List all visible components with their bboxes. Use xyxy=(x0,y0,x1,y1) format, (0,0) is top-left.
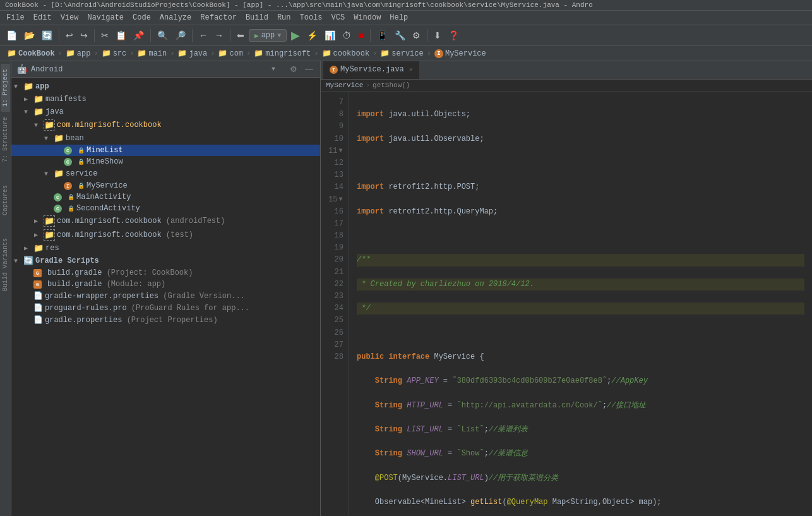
tree-mainactivity[interactable]: C 🔒 MainActivity xyxy=(11,191,320,203)
breadcrumb-java[interactable]: 📁 java xyxy=(176,48,209,59)
editor-breadcrumb-getshow[interactable]: getShow() xyxy=(373,81,410,89)
code-line-22: @POST(MyService.LIST_URL)//用于获取菜谱分类 xyxy=(357,472,804,484)
replace-button[interactable]: 🔎 xyxy=(172,29,188,42)
line-26: 26 xyxy=(328,327,343,339)
sync-button[interactable]: 🔄 xyxy=(39,29,55,42)
tab-myservice[interactable]: I MyService.java ✕ xyxy=(323,61,419,79)
tree-myservice[interactable]: I 🔒 MyService xyxy=(11,180,320,191)
run-button[interactable]: ▶ xyxy=(289,27,302,44)
menu-run[interactable]: Run xyxy=(273,12,295,23)
tree-bean[interactable]: ▼ 📁 bean xyxy=(11,132,320,145)
menu-build[interactable]: Build xyxy=(242,12,272,23)
tab-myservice-close[interactable]: ✕ xyxy=(409,66,413,73)
tree-gradle-properties[interactable]: 📄 gradle.properties (Project Properties) xyxy=(11,314,320,326)
tree-secondactivity-label: SecondActivity xyxy=(76,204,140,213)
tree-mineshow[interactable]: C 🔒 MineShow xyxy=(11,156,320,167)
breadcrumb-cookbook[interactable]: 📁 CookBook xyxy=(5,48,57,59)
code-editor[interactable]: 7 8 9 10 11▼ 12 13 14 15▼ 16 17 18 19 20… xyxy=(321,92,812,516)
line-21: 21 xyxy=(328,267,343,279)
redo-button[interactable]: ↪ xyxy=(78,29,90,42)
tree-res[interactable]: ▶ 📁 res xyxy=(11,242,320,255)
build-variants-tab[interactable]: Build Variants xyxy=(1,233,10,296)
code-line-16 xyxy=(357,327,804,339)
menu-refactor[interactable]: Refactor xyxy=(196,12,241,23)
tree-java[interactable]: ▼ 📁 java xyxy=(11,105,320,118)
title-text: CookBook - [D:\Android\AndroidStudioProj… xyxy=(5,1,593,9)
menu-vcs[interactable]: VCS xyxy=(328,12,349,23)
tree-proguard[interactable]: 📄 proguard-rules.pro (ProGuard Rules for… xyxy=(11,302,320,314)
tree-manifests[interactable]: ▶ 📁 manifests xyxy=(11,93,320,105)
code-content[interactable]: import java.util.Objects; import java.ut… xyxy=(349,92,812,516)
line-numbers: 7 8 9 10 11▼ 12 13 14 15▼ 16 17 18 19 20… xyxy=(321,92,349,516)
breadcrumb-com[interactable]: 📁 com xyxy=(216,48,245,59)
tree-test[interactable]: ▶ 📁 com.mingrisoft.cookbook (test) xyxy=(11,228,320,242)
tree-gradle-wrapper-label: gradle-wrapper.properties (Gradle Versio… xyxy=(45,292,245,301)
run-config-dropdown[interactable]: ▶ app ▼ xyxy=(249,29,287,42)
fold-11[interactable]: ▼ xyxy=(338,146,342,156)
tree-myservice-label: MyService xyxy=(87,181,128,190)
menu-file[interactable]: File xyxy=(3,12,28,23)
menu-code[interactable]: Code xyxy=(129,12,155,23)
avd-button[interactable]: 📱 xyxy=(374,29,390,42)
breadcrumb-src[interactable]: 📁 src xyxy=(100,48,129,59)
cookbook-pkg-folder-icon: 📁 xyxy=(322,49,331,58)
menu-analyze[interactable]: Analyze xyxy=(156,12,195,23)
myservice-lock-icon: 🔒 xyxy=(78,183,85,189)
back-button[interactable]: ← xyxy=(196,29,210,42)
breadcrumb-app[interactable]: 📁 app xyxy=(64,48,93,59)
tree-service[interactable]: ▼ 📁 service xyxy=(11,167,320,180)
sdk-button[interactable]: 🔧 xyxy=(392,29,408,42)
open-button[interactable]: 📂 xyxy=(21,29,37,42)
tree-build-gradle-project[interactable]: G build.gradle (Project: CookBook) xyxy=(11,267,320,279)
help-button[interactable]: ❓ xyxy=(446,29,462,42)
settings-button[interactable]: ⚙ xyxy=(410,29,423,42)
menu-help[interactable]: Help xyxy=(386,12,412,23)
breadcrumb-myservice[interactable]: I MyService xyxy=(433,49,488,59)
close-panel-button[interactable]: — xyxy=(303,64,315,75)
code-line-18: String APP_KEY = ˜380dfd6393bc4cd0b609b2… xyxy=(357,375,804,387)
breadcrumb-mingrisoft[interactable]: 📁 mingrisoft xyxy=(252,48,313,59)
tree-androidtest[interactable]: ▶ 📁 com.mingrisoft.cookbook (androidTest… xyxy=(11,214,320,228)
new-file-button[interactable]: 📄 xyxy=(4,29,20,42)
stop-button[interactable]: ■ xyxy=(355,29,366,42)
breadcrumb-service[interactable]: 📁 service xyxy=(378,48,425,59)
menu-view[interactable]: View xyxy=(57,12,83,23)
undo-button[interactable]: ↩ xyxy=(63,29,76,42)
profile-button[interactable]: ⏱ xyxy=(340,29,354,42)
breadcrumb-cookbook-pkg[interactable]: 📁 cookbook xyxy=(320,48,372,59)
breadcrumb-main[interactable]: 📁 main xyxy=(135,48,169,59)
captures-tab[interactable]: Captures xyxy=(1,180,10,220)
tree-build-gradle-module[interactable]: G build.gradle (Module: app) xyxy=(11,279,320,290)
coverage-button[interactable]: 📊 xyxy=(322,29,338,42)
forward-button[interactable]: → xyxy=(212,29,226,42)
cut-button[interactable]: ✂ xyxy=(99,29,111,42)
tree-minelist[interactable]: C 🔒 MineList xyxy=(11,145,320,156)
settings-cog-button[interactable]: ⚙ xyxy=(288,64,299,75)
tree-com-mingrisoft[interactable]: ▼ 📁 com.mingrisoft.cookbook xyxy=(11,118,320,132)
tree-gradle-wrapper[interactable]: 📄 gradle-wrapper.properties (Gradle Vers… xyxy=(11,290,320,302)
service-folder-icon-tree: 📁 xyxy=(54,169,64,179)
project-tab[interactable]: 1: Project xyxy=(1,64,10,112)
run-config-back[interactable]: ⬅ xyxy=(234,29,247,42)
structure-tab[interactable]: 7: Structure xyxy=(1,112,10,167)
editor-breadcrumb-myservice[interactable]: MyService xyxy=(326,81,363,89)
tree-proguard-label: proguard-rules.pro (ProGuard Rules for a… xyxy=(45,304,249,313)
project-panel: 🤖 Android ▼ ⚙ — ▼ 📁 app ▶ 📁 manifests ▼ xyxy=(11,61,321,516)
menu-edit[interactable]: Edit xyxy=(30,12,56,23)
code-line-20: String LIST_URL = ˜List˜;//菜谱列表 xyxy=(357,424,804,436)
tree-gradle-scripts[interactable]: ▼ 🔄 Gradle Scripts xyxy=(11,255,320,267)
menu-window[interactable]: Window xyxy=(350,12,385,23)
menu-tools[interactable]: Tools xyxy=(296,12,326,23)
download-button[interactable]: ⬇ xyxy=(431,29,444,42)
tree-secondactivity[interactable]: C 🔒 SecondActivity xyxy=(11,203,320,214)
code-line-23: Observable<MineList> getList(@QueryMap M… xyxy=(357,496,804,508)
menu-navigate[interactable]: Navigate xyxy=(83,12,128,23)
paste-button[interactable]: 📌 xyxy=(131,29,146,42)
fold-15[interactable]: ▼ xyxy=(338,195,342,205)
copy-button[interactable]: 📋 xyxy=(113,29,129,42)
search-button[interactable]: 🔍 xyxy=(155,29,170,42)
project-dropdown-label[interactable]: Android xyxy=(31,65,268,74)
lightning-button[interactable]: ⚡ xyxy=(304,29,320,42)
line-11: 11▼ xyxy=(328,145,343,157)
tree-app[interactable]: ▼ 📁 app xyxy=(11,80,320,93)
